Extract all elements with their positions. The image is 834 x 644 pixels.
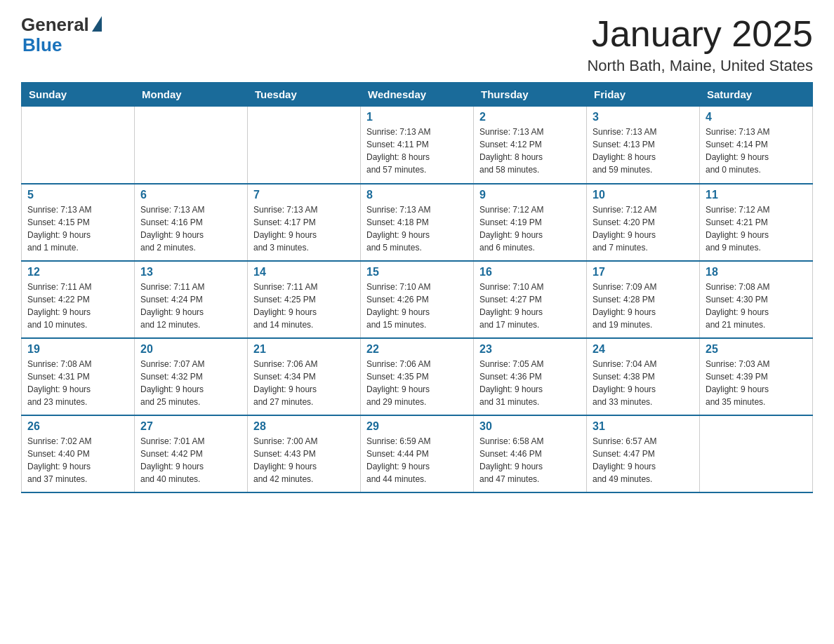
calendar-cell: 9Sunrise: 7:12 AM Sunset: 4:19 PM Daylig…	[474, 184, 587, 261]
day-info: Sunrise: 7:13 AM Sunset: 4:11 PM Dayligh…	[366, 126, 468, 176]
day-number: 18	[706, 266, 807, 279]
day-info: Sunrise: 7:06 AM Sunset: 4:34 PM Dayligh…	[253, 358, 355, 408]
day-number: 29	[366, 420, 468, 433]
day-info: Sunrise: 7:13 AM Sunset: 4:12 PM Dayligh…	[479, 126, 581, 176]
day-info: Sunrise: 7:06 AM Sunset: 4:35 PM Dayligh…	[366, 358, 468, 408]
day-number: 5	[27, 189, 128, 201]
day-number: 3	[593, 111, 694, 123]
calendar-week-row: 12Sunrise: 7:11 AM Sunset: 4:22 PM Dayli…	[22, 261, 813, 338]
calendar-header-wednesday: Wednesday	[361, 83, 474, 107]
day-info: Sunrise: 7:03 AM Sunset: 4:39 PM Dayligh…	[706, 358, 807, 408]
calendar-cell: 14Sunrise: 7:11 AM Sunset: 4:25 PM Dayli…	[248, 261, 361, 338]
calendar-header-friday: Friday	[587, 83, 700, 107]
calendar-cell: 13Sunrise: 7:11 AM Sunset: 4:24 PM Dayli…	[135, 261, 248, 338]
calendar-cell: 29Sunrise: 6:59 AM Sunset: 4:44 PM Dayli…	[361, 415, 474, 492]
day-info: Sunrise: 7:09 AM Sunset: 4:28 PM Dayligh…	[593, 281, 694, 331]
day-number: 6	[140, 189, 241, 201]
day-number: 8	[366, 189, 468, 201]
calendar-cell: 17Sunrise: 7:09 AM Sunset: 4:28 PM Dayli…	[587, 261, 700, 338]
calendar-cell: 31Sunrise: 6:57 AM Sunset: 4:47 PM Dayli…	[587, 415, 700, 492]
day-number: 23	[479, 343, 581, 356]
day-info: Sunrise: 7:02 AM Sunset: 4:40 PM Dayligh…	[27, 435, 128, 485]
day-info: Sunrise: 7:13 AM Sunset: 4:16 PM Dayligh…	[140, 203, 241, 254]
day-info: Sunrise: 6:59 AM Sunset: 4:44 PM Dayligh…	[366, 435, 468, 485]
calendar-cell: 4Sunrise: 7:13 AM Sunset: 4:14 PM Daylig…	[700, 107, 813, 184]
day-number: 13	[140, 266, 241, 279]
day-number: 16	[479, 266, 581, 279]
calendar-cell: 1Sunrise: 7:13 AM Sunset: 4:11 PM Daylig…	[361, 107, 474, 184]
day-info: Sunrise: 7:13 AM Sunset: 4:15 PM Dayligh…	[27, 203, 128, 254]
day-info: Sunrise: 7:08 AM Sunset: 4:30 PM Dayligh…	[706, 281, 807, 331]
day-number: 26	[27, 420, 128, 433]
calendar-week-row: 1Sunrise: 7:13 AM Sunset: 4:11 PM Daylig…	[22, 107, 813, 184]
day-number: 25	[706, 343, 807, 356]
calendar-cell: 21Sunrise: 7:06 AM Sunset: 4:34 PM Dayli…	[248, 338, 361, 415]
day-info: Sunrise: 7:08 AM Sunset: 4:31 PM Dayligh…	[27, 358, 128, 408]
day-number: 21	[253, 343, 355, 356]
day-number: 7	[253, 189, 355, 201]
calendar-cell: 20Sunrise: 7:07 AM Sunset: 4:32 PM Dayli…	[135, 338, 248, 415]
day-info: Sunrise: 7:10 AM Sunset: 4:27 PM Dayligh…	[479, 281, 581, 331]
day-number: 10	[593, 189, 694, 201]
calendar-cell: 26Sunrise: 7:02 AM Sunset: 4:40 PM Dayli…	[22, 415, 135, 492]
calendar-week-row: 19Sunrise: 7:08 AM Sunset: 4:31 PM Dayli…	[22, 338, 813, 415]
calendar-week-row: 26Sunrise: 7:02 AM Sunset: 4:40 PM Dayli…	[22, 415, 813, 492]
calendar-cell	[135, 107, 248, 184]
logo: General Blue	[21, 14, 102, 56]
calendar-header-row: SundayMondayTuesdayWednesdayThursdayFrid…	[22, 83, 813, 107]
calendar-header-monday: Monday	[135, 83, 248, 107]
day-number: 20	[140, 343, 241, 356]
calendar-title: January 2025	[587, 14, 813, 54]
day-number: 4	[706, 111, 807, 123]
day-number: 15	[366, 266, 468, 279]
day-info: Sunrise: 7:12 AM Sunset: 4:20 PM Dayligh…	[593, 203, 694, 254]
day-info: Sunrise: 7:00 AM Sunset: 4:43 PM Dayligh…	[253, 435, 355, 485]
calendar-cell: 28Sunrise: 7:00 AM Sunset: 4:43 PM Dayli…	[248, 415, 361, 492]
calendar-header-thursday: Thursday	[474, 83, 587, 107]
calendar-cell: 15Sunrise: 7:10 AM Sunset: 4:26 PM Dayli…	[361, 261, 474, 338]
calendar-cell: 11Sunrise: 7:12 AM Sunset: 4:21 PM Dayli…	[700, 184, 813, 261]
day-number: 1	[366, 111, 468, 123]
calendar-cell: 8Sunrise: 7:13 AM Sunset: 4:18 PM Daylig…	[361, 184, 474, 261]
calendar-cell: 27Sunrise: 7:01 AM Sunset: 4:42 PM Dayli…	[135, 415, 248, 492]
title-section: January 2025 North Bath, Maine, United S…	[587, 14, 813, 75]
day-info: Sunrise: 7:11 AM Sunset: 4:25 PM Dayligh…	[253, 281, 355, 331]
day-info: Sunrise: 7:07 AM Sunset: 4:32 PM Dayligh…	[140, 358, 241, 408]
page-header: General Blue January 2025 North Bath, Ma…	[21, 14, 813, 75]
calendar-cell: 19Sunrise: 7:08 AM Sunset: 4:31 PM Dayli…	[22, 338, 135, 415]
calendar-cell: 5Sunrise: 7:13 AM Sunset: 4:15 PM Daylig…	[22, 184, 135, 261]
day-number: 9	[479, 189, 581, 201]
day-number: 14	[253, 266, 355, 279]
day-number: 24	[593, 343, 694, 356]
day-info: Sunrise: 7:10 AM Sunset: 4:26 PM Dayligh…	[366, 281, 468, 331]
calendar-cell: 22Sunrise: 7:06 AM Sunset: 4:35 PM Dayli…	[361, 338, 474, 415]
calendar-cell: 12Sunrise: 7:11 AM Sunset: 4:22 PM Dayli…	[22, 261, 135, 338]
day-info: Sunrise: 6:58 AM Sunset: 4:46 PM Dayligh…	[479, 435, 581, 485]
day-number: 12	[27, 266, 128, 279]
day-info: Sunrise: 7:04 AM Sunset: 4:38 PM Dayligh…	[593, 358, 694, 408]
calendar-cell: 6Sunrise: 7:13 AM Sunset: 4:16 PM Daylig…	[135, 184, 248, 261]
day-info: Sunrise: 7:13 AM Sunset: 4:18 PM Dayligh…	[366, 203, 468, 254]
calendar-cell: 18Sunrise: 7:08 AM Sunset: 4:30 PM Dayli…	[700, 261, 813, 338]
day-info: Sunrise: 7:12 AM Sunset: 4:19 PM Dayligh…	[479, 203, 581, 254]
day-number: 17	[593, 266, 694, 279]
day-info: Sunrise: 7:01 AM Sunset: 4:42 PM Dayligh…	[140, 435, 241, 485]
day-info: Sunrise: 7:13 AM Sunset: 4:14 PM Dayligh…	[706, 126, 807, 176]
logo-blue: Blue	[21, 34, 62, 56]
day-number: 31	[593, 420, 694, 433]
logo-general: General	[21, 14, 89, 36]
day-number: 30	[479, 420, 581, 433]
calendar-cell: 3Sunrise: 7:13 AM Sunset: 4:13 PM Daylig…	[587, 107, 700, 184]
calendar-cell: 24Sunrise: 7:04 AM Sunset: 4:38 PM Dayli…	[587, 338, 700, 415]
day-number: 28	[253, 420, 355, 433]
calendar-header-sunday: Sunday	[22, 83, 135, 107]
calendar-cell: 23Sunrise: 7:05 AM Sunset: 4:36 PM Dayli…	[474, 338, 587, 415]
calendar-cell: 16Sunrise: 7:10 AM Sunset: 4:27 PM Dayli…	[474, 261, 587, 338]
calendar-week-row: 5Sunrise: 7:13 AM Sunset: 4:15 PM Daylig…	[22, 184, 813, 261]
day-number: 2	[479, 111, 581, 123]
day-info: Sunrise: 7:12 AM Sunset: 4:21 PM Dayligh…	[706, 203, 807, 254]
calendar-cell: 25Sunrise: 7:03 AM Sunset: 4:39 PM Dayli…	[700, 338, 813, 415]
day-info: Sunrise: 7:13 AM Sunset: 4:17 PM Dayligh…	[253, 203, 355, 254]
day-number: 22	[366, 343, 468, 356]
day-info: Sunrise: 7:11 AM Sunset: 4:22 PM Dayligh…	[27, 281, 128, 331]
